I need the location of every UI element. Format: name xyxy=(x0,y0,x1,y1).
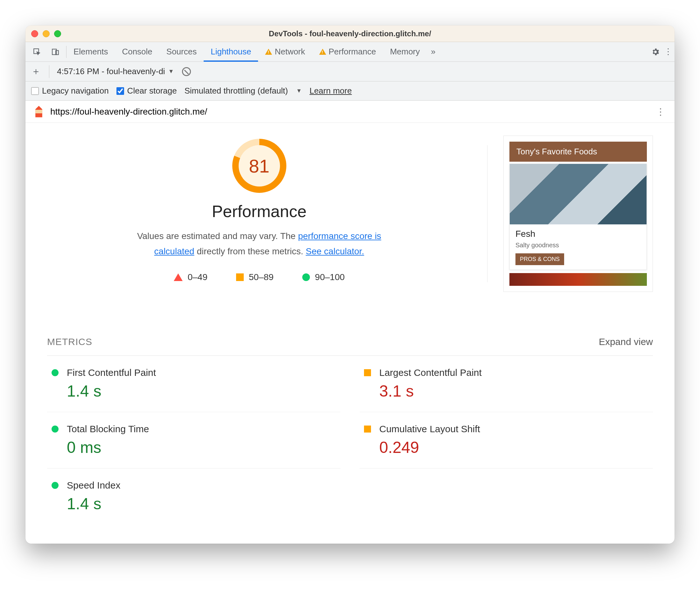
panel-tabstrip: ElementsConsoleSourcesLighthouseNetworkP… xyxy=(25,42,675,62)
tab-label: Network xyxy=(274,47,305,57)
tab-network[interactable]: Network xyxy=(258,42,312,62)
metric-speed-index[interactable]: Speed Index1.4 s xyxy=(47,468,340,525)
see-calculator-link[interactable]: See calculator. xyxy=(306,246,364,256)
learn-more-link[interactable]: Learn more xyxy=(310,86,352,96)
report-url: https://foul-heavenly-direction.glitch.m… xyxy=(50,107,207,117)
metric-value: 0.249 xyxy=(379,438,653,457)
chevron-down-icon: ▼ xyxy=(296,88,302,94)
devtools-window: DevTools - foul-heavenly-direction.glitc… xyxy=(25,25,675,544)
kebab-menu-icon[interactable]: ⋮ xyxy=(662,46,675,58)
tab-performance[interactable]: Performance xyxy=(312,42,383,62)
metric-name: Speed Index xyxy=(67,480,120,491)
lighthouse-report: 81 Performance Values are estimated and … xyxy=(25,123,675,544)
preview-food-card: Fesh Salty goodness PROS & CONS xyxy=(509,164,647,270)
device-toolbar-icon[interactable] xyxy=(49,46,62,58)
metric-value: 1.4 s xyxy=(67,382,340,400)
square-average-icon xyxy=(364,369,371,376)
tab-label: Console xyxy=(122,47,152,57)
metric-value: 1.4 s xyxy=(67,495,340,513)
circle-pass-icon xyxy=(302,273,310,281)
preview-site-header: Tony's Favorite Foods xyxy=(509,142,647,162)
metric-largest-contentful-paint[interactable]: Largest Contentful Paint3.1 s xyxy=(360,356,653,412)
report-selector-dropdown[interactable]: 4:57:16 PM - foul-heavenly-di ▼ xyxy=(49,65,174,78)
report-menu-icon[interactable]: ⋮ xyxy=(654,106,667,118)
circle-pass-icon xyxy=(52,482,58,489)
triangle-fail-icon xyxy=(174,273,183,281)
divider xyxy=(487,145,487,282)
metrics-header: METRICS Expand view xyxy=(47,336,653,356)
score-gauge[interactable]: 81 xyxy=(232,139,286,193)
preview-food-image-2 xyxy=(509,273,647,286)
metric-value: 0 ms xyxy=(67,438,340,457)
tab-label: Elements xyxy=(73,47,108,57)
metric-value: 3.1 s xyxy=(379,382,653,400)
chevron-down-icon: ▼ xyxy=(168,68,174,75)
tab-elements[interactable]: Elements xyxy=(67,42,115,62)
page-screenshot-preview: Tony's Favorite Foods Fesh Salty goodnes… xyxy=(503,136,653,292)
metric-name: Total Blocking Time xyxy=(67,424,149,435)
tab-label: Sources xyxy=(166,47,197,57)
metric-cumulative-layout-shift[interactable]: Cumulative Layout Shift0.249 xyxy=(360,412,653,468)
tab-sources[interactable]: Sources xyxy=(160,42,203,62)
lighthouse-toolbar: ＋ 4:57:16 PM - foul-heavenly-di ▼ xyxy=(25,62,675,81)
warning-icon xyxy=(319,49,326,55)
settings-gear-icon[interactable] xyxy=(649,46,662,58)
throttling-label: Simulated throttling (default) xyxy=(185,86,288,96)
lighthouse-options-bar: Legacy navigation Clear storage Simulate… xyxy=(25,81,675,100)
score-legend: 0–49 50–89 90–100 xyxy=(47,272,471,282)
performance-summary: 81 Performance Values are estimated and … xyxy=(47,136,471,282)
clear-storage-checkbox[interactable]: Clear storage xyxy=(117,86,177,96)
new-report-button[interactable]: ＋ xyxy=(31,65,41,78)
throttling-dropdown[interactable]: Simulated throttling (default) ▼ xyxy=(185,85,302,97)
category-title: Performance xyxy=(47,202,471,221)
report-selector-label: 4:57:16 PM - foul-heavenly-di xyxy=(57,67,165,76)
more-tabs-icon[interactable]: » xyxy=(427,46,440,58)
metric-name: Largest Contentful Paint xyxy=(379,367,482,378)
legend-avg-range: 50–89 xyxy=(249,272,274,282)
tab-label: Lighthouse xyxy=(211,47,251,57)
metric-name: Cumulative Layout Shift xyxy=(379,424,480,435)
clear-storage-label: Clear storage xyxy=(127,86,177,96)
clear-all-icon[interactable] xyxy=(182,67,191,76)
legend-pass-range: 90–100 xyxy=(315,272,344,282)
preview-card-title: Fesh xyxy=(515,229,641,239)
titlebar: DevTools - foul-heavenly-direction.glitc… xyxy=(25,25,675,42)
metric-name: First Contentful Paint xyxy=(67,367,156,378)
tab-lighthouse[interactable]: Lighthouse xyxy=(203,42,258,62)
window-title: DevTools - foul-heavenly-direction.glitc… xyxy=(25,29,675,38)
preview-card-button: PROS & CONS xyxy=(515,253,564,265)
square-average-icon xyxy=(364,425,371,433)
circle-pass-icon xyxy=(52,369,58,376)
preview-food-image xyxy=(510,164,647,225)
metrics-grid: First Contentful Paint1.4 sLargest Conte… xyxy=(47,356,653,525)
circle-pass-icon xyxy=(52,425,58,433)
lighthouse-icon xyxy=(33,106,45,117)
preview-card-subtitle: Salty goodness xyxy=(515,241,641,249)
tab-memory[interactable]: Memory xyxy=(383,42,427,62)
tab-console[interactable]: Console xyxy=(115,42,159,62)
tab-label: Memory xyxy=(390,47,420,57)
tab-label: Performance xyxy=(329,47,376,57)
legacy-navigation-label: Legacy navigation xyxy=(42,86,109,96)
desc-text-2: directly from these metrics. xyxy=(194,246,306,256)
report-url-bar: https://foul-heavenly-direction.glitch.m… xyxy=(25,100,675,123)
score-description: Values are estimated and may vary. The p… xyxy=(129,229,390,259)
metrics-heading: METRICS xyxy=(47,336,92,347)
square-average-icon xyxy=(236,273,244,281)
desc-text-1: Values are estimated and may vary. The xyxy=(137,231,298,241)
metric-total-blocking-time[interactable]: Total Blocking Time0 ms xyxy=(47,412,340,468)
score-value: 81 xyxy=(239,145,280,187)
inspect-element-icon[interactable] xyxy=(30,46,43,58)
expand-view-toggle[interactable]: Expand view xyxy=(599,336,653,347)
warning-icon xyxy=(265,49,272,55)
metric-first-contentful-paint[interactable]: First Contentful Paint1.4 s xyxy=(47,356,340,412)
legend-fail-range: 0–49 xyxy=(188,272,208,282)
legacy-navigation-checkbox[interactable]: Legacy navigation xyxy=(31,86,109,96)
